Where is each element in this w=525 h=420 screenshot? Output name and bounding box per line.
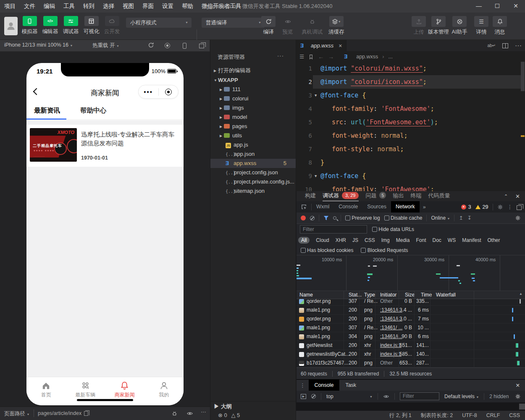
panel-tab-终端[interactable]: 终端: [410, 191, 421, 201]
column-divider[interactable]: [344, 291, 344, 299]
menu-设置[interactable]: 设置: [158, 0, 178, 13]
import-har-icon[interactable]: ↥: [459, 215, 463, 221]
avatar[interactable]: [4, 17, 18, 35]
tabbar-item-首页[interactable]: 首页: [26, 377, 66, 405]
collapse-panel-icon[interactable]: ⌃: [504, 194, 508, 199]
explorer-item-colorui[interactable]: ▶colorui: [210, 94, 296, 103]
explorer-item-app.wxss[interactable]: Ǝapp.wxss5: [210, 159, 296, 168]
throttle-select[interactable]: Online ▼: [431, 215, 450, 221]
toolbar-button-编辑器[interactable]: </>编辑器: [40, 16, 60, 35]
page-path-select[interactable]: 页面路径 ▼: [4, 410, 29, 417]
column-divider[interactable]: [375, 291, 375, 299]
panel-tab-代码质量[interactable]: 代码质量: [428, 191, 450, 201]
mode-select[interactable]: 小程序模式 ▼: [126, 18, 192, 28]
menu-文件[interactable]: 文件: [20, 0, 39, 13]
split-editor-icon[interactable]: [502, 43, 508, 48]
code-area[interactable]: 1@import "colorui/main.wxss";2@import "c…: [296, 62, 525, 191]
type-filter-Font[interactable]: Font: [416, 237, 426, 243]
type-filter-All[interactable]: All: [298, 237, 310, 244]
type-filter-XHR[interactable]: XHR: [336, 237, 346, 243]
network-row-male1.png[interactable]: male1.png307/ Re...:13461/ ...0 B10 ...: [297, 323, 525, 332]
explorer-item-app.json[interactable]: {..}app.json: [210, 150, 296, 159]
status-item[interactable]: CSS: [509, 412, 520, 418]
devtools-tab-Network[interactable]: Network: [391, 201, 420, 213]
action-真机调试[interactable]: 真机调试: [302, 16, 323, 36]
network-row-b17d1f3c257467...[interactable]: b17d1f3c257467...200pngOther653...287...: [297, 359, 525, 368]
network-row-male1.png[interactable]: male1.png200png:13461/i...3.4 ...6 ms: [297, 306, 525, 315]
type-filter-WS[interactable]: WS: [448, 237, 456, 243]
panel-tab-调试器[interactable]: 调试器3, 29: [323, 191, 359, 201]
devtools-settings-icon[interactable]: [497, 204, 503, 210]
console-filter-input[interactable]: Filter: [400, 392, 439, 400]
close-capsule-button[interactable]: [159, 89, 178, 95]
compile-mode-select[interactable]: 普通编译 ▼: [202, 18, 265, 28]
drawer-tab-Task[interactable]: Task: [339, 382, 362, 388]
filter-funnel-icon[interactable]: [323, 215, 329, 221]
menu-编辑[interactable]: 编辑: [39, 0, 59, 13]
panel-tab-问题[interactable]: 问题5: [365, 191, 386, 201]
record-icon[interactable]: [165, 43, 170, 48]
more-icon[interactable]: ⋯: [201, 409, 206, 415]
copy-path-icon[interactable]: [82, 411, 88, 417]
inspect-element-icon[interactable]: [297, 204, 311, 210]
action-清缓存[interactable]: ▼清缓存: [328, 16, 344, 36]
devtools-tab-Wxml[interactable]: Wxml: [312, 201, 334, 213]
hot-reload-toggle[interactable]: 热重载 开 ▼: [92, 42, 119, 49]
scrollbar-nub[interactable]: [519, 404, 525, 410]
status-item[interactable]: 行 2, 列 1: [389, 412, 412, 419]
toolbar-button-模拟器[interactable]: 模拟器: [19, 16, 40, 35]
menu-界面[interactable]: 界面: [138, 0, 158, 13]
type-filter-Doc[interactable]: Doc: [432, 237, 441, 243]
action-上传[interactable]: 上传: [410, 16, 428, 36]
menu-转到[interactable]: 转到: [79, 0, 99, 13]
bookmark-icon[interactable]: [308, 53, 314, 59]
fold-arrow-icon[interactable]: ▼: [315, 89, 320, 102]
network-row-getNewslist[interactable]: getNewslist200xhrindex.js:1651...141...: [297, 341, 525, 350]
network-row-qorder.png[interactable]: qorder.png307/ Re...Other0 B335...: [297, 299, 525, 306]
explorer-item-imgs[interactable]: ▶imgs: [210, 103, 296, 113]
column-divider[interactable]: [414, 291, 415, 299]
record-network-icon[interactable]: [301, 215, 306, 220]
devtools-menu-icon[interactable]: ⋮: [507, 204, 513, 210]
preserve-log-checkbox[interactable]: Preserve log: [345, 215, 380, 221]
clear-console-icon[interactable]: [311, 394, 316, 399]
outline-list-icon[interactable]: ☰: [299, 53, 304, 60]
hide-data-urls-checkbox[interactable]: Hide data URLs: [372, 226, 414, 232]
menu-项目[interactable]: 项目: [0, 0, 20, 13]
open-editors-section[interactable]: ▶打开的编辑器: [210, 66, 296, 75]
explorer-more-icon[interactable]: ···: [277, 52, 284, 59]
column-header-Size[interactable]: Size: [405, 292, 415, 298]
action-消息[interactable]: 消息: [491, 16, 509, 36]
more-menu-button[interactable]: •••: [139, 86, 158, 98]
type-filter-Img[interactable]: Img: [381, 237, 390, 243]
menu-工具[interactable]: 工具: [59, 0, 79, 13]
dock-side-icon[interactable]: [517, 205, 522, 210]
panel-tab-输出[interactable]: 输出: [393, 191, 404, 201]
column-header-Stat...[interactable]: Stat...: [349, 292, 362, 298]
console-levels-select[interactable]: Default levels ▼: [444, 394, 479, 399]
status-item[interactable]: UTF-8: [462, 412, 477, 418]
type-filter-Media[interactable]: Media: [396, 237, 410, 243]
close-drawer-icon[interactable]: ✕: [516, 382, 520, 388]
explorer-item-project.config.json[interactable]: {..}project.config.json: [210, 168, 296, 177]
disable-cache-checkbox[interactable]: Disable cache: [384, 215, 423, 221]
editor-scrollbar[interactable]: [521, 62, 525, 91]
nav-back-icon[interactable]: ←: [318, 53, 324, 60]
drawer-menu-icon[interactable]: ⋮: [297, 382, 309, 388]
column-divider[interactable]: [399, 291, 399, 299]
explorer-item-app.js[interactable]: JSapp.js: [210, 140, 296, 150]
tab-最新资讯[interactable]: 最新资讯: [34, 103, 60, 120]
type-filter-CSS[interactable]: CSS: [365, 237, 375, 243]
panel-tab-构建[interactable]: 构建: [305, 191, 316, 201]
column-divider[interactable]: [359, 291, 360, 299]
type-filter-JS[interactable]: JS: [352, 237, 358, 243]
type-filter-Other[interactable]: Other: [488, 237, 500, 243]
maximize-button[interactable]: ☐: [488, 0, 507, 13]
network-row-male1.png[interactable]: male1.png304png:13461/i...90 B6 ms: [297, 332, 525, 341]
detach-window-icon[interactable]: [199, 44, 204, 48]
explorer-item-pages[interactable]: ▶pages: [210, 122, 296, 131]
action-版本管理[interactable]: 版本管理: [427, 16, 450, 36]
news-card[interactable]: XMOTO 二手精品摩托车 ◆◆◆◆ ◆◆◆◆ ·········· 迅摩托上线…: [26, 125, 184, 167]
sort-arrow-icon[interactable]: ▲: [519, 292, 522, 296]
search-network-icon[interactable]: [333, 216, 336, 220]
